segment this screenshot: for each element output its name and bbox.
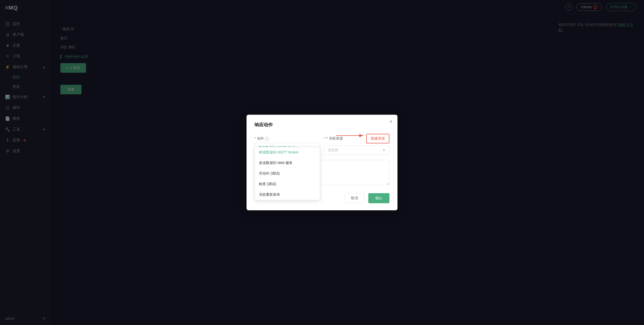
action-help-icon[interactable]: ? — [264, 137, 287, 141]
action-field: * 动作 ? 桥接数据到 MQTT Broker ▲ 桥接数据到 MQTT Br… — [255, 136, 320, 152]
response-action-modal: 响应动作 × * 动作 ? 桥接数据到 MQTT Broker ▲ — [247, 115, 397, 210]
dropdown-item-empty-action[interactable]: 空动作 (调试) — [255, 168, 320, 179]
action-related-row: * 动作 ? 桥接数据到 MQTT Broker ▲ 桥接数据到 MQTT Br… — [255, 134, 389, 155]
modal-overlay: 响应动作 × * 动作 ? 桥接数据到 MQTT Broker ▲ — [0, 0, 644, 325]
action-label: * 动作 — [255, 136, 264, 141]
dropdown-item-inspect[interactable]: 检查 (调试) — [255, 179, 320, 189]
new-resource-container: 新建资源 — [366, 134, 389, 143]
related-source-arrow: ▼ — [382, 148, 386, 152]
action-dropdown-list: 桥接数据到 MQTT Broker 发送数据到 Web 服务 空动作 (调试) … — [255, 147, 320, 200]
related-source-label-row: * * 关联资源 新建资源 — [324, 134, 389, 143]
dropdown-item-send-web[interactable]: 发送数据到 Web 服务 — [255, 158, 320, 168]
confirm-button[interactable]: 确认 — [368, 193, 389, 203]
modal-title: 响应动作 — [255, 122, 389, 128]
related-source-placeholder: 请选择 — [328, 148, 338, 152]
new-resource-button[interactable]: 新建资源 — [366, 134, 389, 143]
related-source-label: * * 关联资源 — [324, 136, 343, 141]
dropdown-item-bridge-mqtt[interactable]: 桥接数据到 MQTT Broker — [255, 147, 320, 158]
dropdown-item-republish[interactable]: 消息重新发布 — [255, 189, 320, 200]
related-source-select[interactable]: 请选择 ▼ — [324, 145, 389, 155]
cancel-button[interactable]: 取消 — [345, 193, 364, 203]
related-source-field: * * 关联资源 新建资源 — [324, 134, 389, 155]
modal-close-button[interactable]: × — [389, 119, 392, 125]
action-label-row: * 动作 ? — [255, 136, 320, 141]
